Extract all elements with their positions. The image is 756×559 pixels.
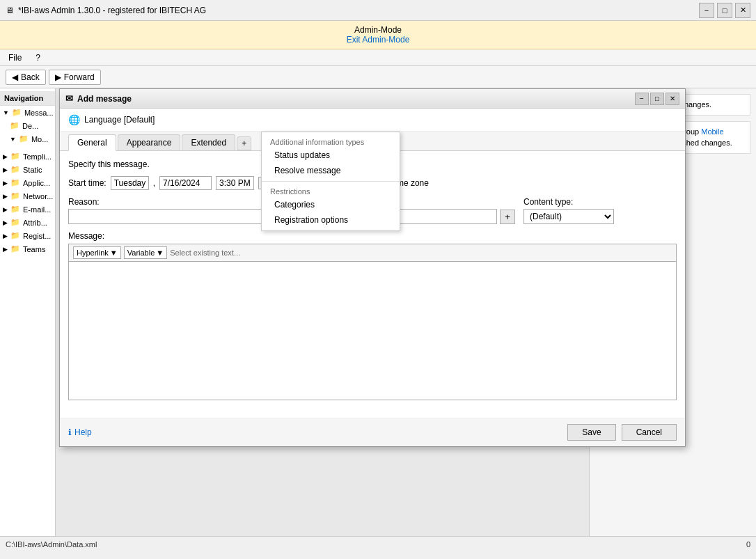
folder-icon: 📁 bbox=[12, 108, 22, 117]
forward-icon: ▶ bbox=[55, 72, 61, 82]
minimize-button[interactable]: − bbox=[699, 3, 714, 18]
dropdown-item-resolve-message[interactable]: Resolve message bbox=[262, 163, 400, 178]
additional-info-dropdown-menu: Additional information types Status upda… bbox=[261, 132, 400, 231]
folder-icon-regist: 📁 bbox=[10, 231, 20, 240]
status-bar: C:\IBI-aws\Admin\Data.xml 0 bbox=[0, 536, 756, 551]
expand-icon-network: ▶ bbox=[3, 193, 8, 200]
sidebar-item-static[interactable]: ▶ 📁 Static bbox=[0, 163, 55, 176]
expand-icon-email: ▶ bbox=[3, 206, 8, 213]
menu-help[interactable]: ? bbox=[33, 52, 43, 64]
tab-appearance[interactable]: Appearance bbox=[118, 134, 181, 150]
title-bar-left: 🖥 *IBI-aws Admin 1.30.0 - registered for… bbox=[6, 6, 206, 15]
sidebar-item-attrib[interactable]: ▶ 📁 Attrib... bbox=[0, 216, 55, 229]
message-label: Message: bbox=[68, 231, 677, 241]
hyperlink-dropdown[interactable]: Hyperlink ▼ bbox=[73, 246, 121, 259]
expand-icon-templ: ▶ bbox=[3, 153, 8, 160]
expand-icon: ▼ bbox=[3, 109, 9, 116]
sidebar-item-regist[interactable]: ▶ 📁 Regist... bbox=[0, 229, 55, 242]
expand-icon-applic: ▶ bbox=[3, 180, 8, 187]
title-bar-controls: − □ ✕ bbox=[699, 3, 750, 18]
expand-icon-mo: ▼ bbox=[10, 136, 16, 143]
sidebar-item-email[interactable]: ▶ 📁 E-mail... bbox=[0, 203, 55, 216]
menu-file[interactable]: File bbox=[6, 52, 24, 64]
forward-button[interactable]: ▶ Forward bbox=[49, 70, 101, 85]
variable-dropdown[interactable]: Variable ▼ bbox=[124, 246, 167, 259]
start-date-day-input[interactable] bbox=[111, 176, 149, 190]
language-label: Language [Default] bbox=[84, 115, 155, 125]
dialog-icon: ✉ bbox=[65, 93, 73, 104]
dialog-footer: ℹ Help Save Cancel bbox=[60, 418, 685, 446]
dropdown-item-categories[interactable]: Categories bbox=[262, 197, 400, 212]
dropdown-section2-header: Restrictions bbox=[262, 184, 400, 197]
dialog-close-button[interactable]: ✕ bbox=[666, 93, 679, 105]
dropdown-item-registration-options[interactable]: Registration options bbox=[262, 212, 400, 228]
content-type-select[interactable]: (Default) bbox=[523, 209, 614, 224]
folder-icon-attrib: 📁 bbox=[10, 218, 20, 227]
variable-chevron-icon: ▼ bbox=[156, 249, 164, 257]
sidebar-item-applic[interactable]: ▶ 📁 Applic... bbox=[0, 176, 55, 189]
dialog-minimize-button[interactable]: − bbox=[635, 93, 649, 105]
sidebar-item-de[interactable]: 📁 De... bbox=[0, 119, 55, 132]
title-bar: 🖥 *IBI-aws Admin 1.30.0 - registered for… bbox=[0, 0, 756, 21]
message-section: Message: Hyperlink ▼ Variable ▼ Select e… bbox=[68, 231, 677, 402]
content-area: ✉ Add message − □ ✕ 🌐 Language [Default]… bbox=[56, 88, 756, 536]
start-date-input[interactable] bbox=[159, 176, 212, 190]
admin-bar: Admin-Mode Exit Admin-Mode bbox=[0, 21, 756, 49]
tab-extended[interactable]: Extended bbox=[182, 134, 235, 150]
folder-icon-templ: 📁 bbox=[10, 152, 20, 161]
start-time-label: Start time: bbox=[68, 178, 107, 188]
sidebar: Navigation ▼ 📁 Messa... 📁 De... ▼ 📁 Mo..… bbox=[0, 88, 56, 536]
sidebar-item-mo[interactable]: ▼ 📁 Mo... bbox=[0, 132, 55, 145]
status-count: 0 bbox=[746, 540, 750, 549]
content-type-label: Content type: bbox=[523, 197, 677, 207]
folder-icon-applic: 📁 bbox=[10, 178, 20, 187]
dialog-controls: − □ ✕ bbox=[635, 93, 679, 105]
tab-add-button[interactable]: + bbox=[237, 136, 251, 150]
footer-buttons: Save Cancel bbox=[567, 424, 677, 441]
hyperlink-chevron-icon: ▼ bbox=[110, 249, 118, 257]
content-type-section: Content type: (Default) bbox=[523, 197, 677, 224]
folder-icon-de: 📁 bbox=[10, 121, 19, 130]
help-icon: ℹ bbox=[68, 427, 72, 437]
back-button[interactable]: ◀ Back bbox=[6, 70, 46, 85]
expand-icon-static: ▶ bbox=[3, 166, 8, 173]
sidebar-item-teams[interactable]: ▶ 📁 Teams bbox=[0, 242, 55, 255]
start-time-input[interactable] bbox=[216, 176, 254, 190]
dialog-maximize-button[interactable]: □ bbox=[650, 93, 664, 105]
folder-icon-email: 📁 bbox=[10, 205, 20, 214]
folder-icon-teams: 📁 bbox=[10, 244, 20, 253]
sidebar-item-messages[interactable]: ▼ 📁 Messa... bbox=[0, 106, 55, 119]
status-path: C:\IBI-aws\Admin\Data.xml bbox=[6, 540, 97, 549]
folder-icon-static: 📁 bbox=[10, 165, 20, 174]
menu-bar: File ? bbox=[0, 49, 756, 66]
expand-icon-attrib: ▶ bbox=[3, 219, 8, 226]
folder-icon-mo: 📁 bbox=[19, 134, 29, 143]
toolbar: ◀ Back ▶ Forward bbox=[0, 66, 756, 88]
cancel-button[interactable]: Cancel bbox=[622, 424, 677, 441]
sidebar-item-network[interactable]: ▶ 📁 Networ... bbox=[0, 189, 55, 203]
message-textarea[interactable] bbox=[68, 261, 677, 400]
exit-admin-mode-link[interactable]: Exit Admin-Mode bbox=[347, 35, 410, 45]
message-toolbar: Hyperlink ▼ Variable ▼ Select existing t… bbox=[68, 244, 677, 261]
help-button[interactable]: ℹ Help bbox=[68, 427, 92, 437]
admin-bar-title: Admin-Mode bbox=[4, 25, 752, 35]
tab-general[interactable]: General bbox=[68, 134, 116, 151]
navigation-label: Navigation bbox=[0, 91, 55, 106]
close-button[interactable]: ✕ bbox=[735, 3, 750, 18]
globe-icon: 🌐 bbox=[68, 114, 80, 125]
specify-message-label: Specify this message. bbox=[68, 159, 150, 169]
save-button[interactable]: Save bbox=[567, 424, 615, 441]
app-icon: 🖥 bbox=[6, 6, 14, 15]
app-title: *IBI-aws Admin 1.30.0 - registered for I… bbox=[18, 6, 206, 15]
select-text-label[interactable]: Select existing text... bbox=[170, 249, 240, 257]
dropdown-item-status-updates[interactable]: Status updates bbox=[262, 148, 400, 163]
dropdown-section1-header: Additional information types bbox=[262, 135, 400, 148]
maximize-button[interactable]: □ bbox=[717, 3, 732, 18]
body-section: Navigation ▼ 📁 Messa... 📁 De... ▼ 📁 Mo..… bbox=[0, 88, 756, 536]
sidebar-item-templates[interactable]: ▶ 📁 Templi... bbox=[0, 150, 55, 163]
folder-icon-network: 📁 bbox=[10, 191, 20, 200]
language-row: 🌐 Language [Default] bbox=[60, 109, 685, 132]
dropdown-divider bbox=[262, 181, 400, 182]
reason-add-button[interactable]: + bbox=[500, 210, 515, 224]
expand-icon-regist: ▶ bbox=[3, 233, 8, 239]
